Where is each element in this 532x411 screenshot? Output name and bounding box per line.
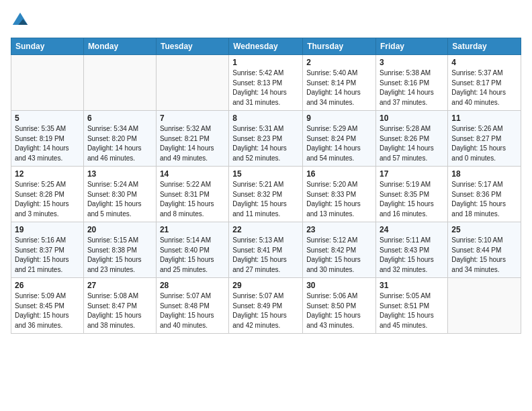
day-number: 24 xyxy=(380,225,444,234)
calendar-cell: 11Sunrise: 5:26 AM Sunset: 8:27 PM Dayli… xyxy=(448,111,521,167)
cell-content: Sunrise: 5:29 AM Sunset: 8:24 PM Dayligh… xyxy=(306,124,372,163)
calendar-cell: 29Sunrise: 5:07 AM Sunset: 8:49 PM Dayli… xyxy=(229,278,303,334)
calendar-cell xyxy=(83,55,156,111)
day-number: 30 xyxy=(306,281,372,290)
calendar-week-row: 12Sunrise: 5:25 AM Sunset: 8:28 PM Dayli… xyxy=(11,167,521,222)
cell-content: Sunrise: 5:12 AM Sunset: 8:42 PM Dayligh… xyxy=(306,236,372,275)
weekday-header-sunday: Sunday xyxy=(11,38,84,55)
day-number: 16 xyxy=(306,169,372,179)
weekday-header-saturday: Saturday xyxy=(448,38,521,55)
cell-content: Sunrise: 5:25 AM Sunset: 8:28 PM Dayligh… xyxy=(15,180,80,219)
calendar-cell: 23Sunrise: 5:12 AM Sunset: 8:42 PM Dayli… xyxy=(303,222,376,278)
calendar-cell: 31Sunrise: 5:05 AM Sunset: 8:51 PM Dayli… xyxy=(376,278,448,334)
calendar-cell: 15Sunrise: 5:21 AM Sunset: 8:32 PM Dayli… xyxy=(229,167,303,222)
logo xyxy=(11,11,32,30)
calendar-cell: 6Sunrise: 5:34 AM Sunset: 8:20 PM Daylig… xyxy=(83,111,156,167)
calendar-cell: 26Sunrise: 5:09 AM Sunset: 8:45 PM Dayli… xyxy=(11,278,84,334)
cell-content: Sunrise: 5:32 AM Sunset: 8:21 PM Dayligh… xyxy=(160,124,225,163)
cell-content: Sunrise: 5:07 AM Sunset: 8:49 PM Dayligh… xyxy=(232,291,299,330)
cell-content: Sunrise: 5:42 AM Sunset: 8:13 PM Dayligh… xyxy=(232,68,299,107)
calendar-cell: 9Sunrise: 5:29 AM Sunset: 8:24 PM Daylig… xyxy=(303,111,376,167)
calendar-cell: 25Sunrise: 5:10 AM Sunset: 8:44 PM Dayli… xyxy=(448,222,521,278)
cell-content: Sunrise: 5:15 AM Sunset: 8:38 PM Dayligh… xyxy=(87,236,152,275)
day-number: 22 xyxy=(232,225,299,234)
cell-content: Sunrise: 5:24 AM Sunset: 8:30 PM Dayligh… xyxy=(87,180,152,219)
calendar-cell: 3Sunrise: 5:38 AM Sunset: 8:16 PM Daylig… xyxy=(376,55,448,111)
cell-content: Sunrise: 5:28 AM Sunset: 8:26 PM Dayligh… xyxy=(380,124,444,163)
calendar-week-row: 19Sunrise: 5:16 AM Sunset: 8:37 PM Dayli… xyxy=(11,222,521,278)
cell-content: Sunrise: 5:14 AM Sunset: 8:40 PM Dayligh… xyxy=(160,236,225,275)
day-number: 13 xyxy=(87,169,152,179)
calendar-cell: 2Sunrise: 5:40 AM Sunset: 8:14 PM Daylig… xyxy=(303,55,376,111)
day-number: 2 xyxy=(306,58,372,67)
calendar-cell: 21Sunrise: 5:14 AM Sunset: 8:40 PM Dayli… xyxy=(156,222,228,278)
cell-content: Sunrise: 5:10 AM Sunset: 8:44 PM Dayligh… xyxy=(451,236,517,275)
calendar-cell: 19Sunrise: 5:16 AM Sunset: 8:37 PM Dayli… xyxy=(11,222,84,278)
day-number: 15 xyxy=(232,169,299,179)
cell-content: Sunrise: 5:05 AM Sunset: 8:51 PM Dayligh… xyxy=(380,291,444,330)
calendar-cell: 28Sunrise: 5:07 AM Sunset: 8:48 PM Dayli… xyxy=(156,278,228,334)
day-number: 23 xyxy=(306,225,372,234)
cell-content: Sunrise: 5:31 AM Sunset: 8:23 PM Dayligh… xyxy=(232,124,299,163)
day-number: 14 xyxy=(160,169,225,179)
day-number: 19 xyxy=(15,225,80,234)
cell-content: Sunrise: 5:22 AM Sunset: 8:31 PM Dayligh… xyxy=(160,180,225,219)
calendar-cell: 24Sunrise: 5:11 AM Sunset: 8:43 PM Dayli… xyxy=(376,222,448,278)
weekday-header-thursday: Thursday xyxy=(303,38,376,55)
cell-content: Sunrise: 5:34 AM Sunset: 8:20 PM Dayligh… xyxy=(87,124,152,163)
day-number: 20 xyxy=(87,225,152,234)
calendar-week-row: 5Sunrise: 5:35 AM Sunset: 8:19 PM Daylig… xyxy=(11,111,521,167)
cell-content: Sunrise: 5:26 AM Sunset: 8:27 PM Dayligh… xyxy=(451,124,517,163)
day-number: 31 xyxy=(380,281,444,290)
day-number: 4 xyxy=(451,58,517,67)
day-number: 7 xyxy=(160,113,225,123)
weekday-header-tuesday: Tuesday xyxy=(156,38,228,55)
weekday-header-wednesday: Wednesday xyxy=(229,38,303,55)
calendar-cell: 18Sunrise: 5:17 AM Sunset: 8:36 PM Dayli… xyxy=(448,167,521,222)
calendar-week-row: 26Sunrise: 5:09 AM Sunset: 8:45 PM Dayli… xyxy=(11,278,521,334)
day-number: 28 xyxy=(160,281,225,290)
calendar-cell: 14Sunrise: 5:22 AM Sunset: 8:31 PM Dayli… xyxy=(156,167,228,222)
day-number: 3 xyxy=(380,58,444,67)
day-number: 25 xyxy=(451,225,517,234)
calendar-cell xyxy=(448,278,521,334)
day-number: 18 xyxy=(451,169,517,179)
cell-content: Sunrise: 5:20 AM Sunset: 8:33 PM Dayligh… xyxy=(306,180,372,219)
cell-content: Sunrise: 5:21 AM Sunset: 8:32 PM Dayligh… xyxy=(232,180,299,219)
day-number: 29 xyxy=(232,281,299,290)
calendar-cell: 20Sunrise: 5:15 AM Sunset: 8:38 PM Dayli… xyxy=(83,222,156,278)
cell-content: Sunrise: 5:17 AM Sunset: 8:36 PM Dayligh… xyxy=(451,180,517,219)
calendar-cell: 10Sunrise: 5:28 AM Sunset: 8:26 PM Dayli… xyxy=(376,111,448,167)
calendar-cell: 27Sunrise: 5:08 AM Sunset: 8:47 PM Dayli… xyxy=(83,278,156,334)
calendar-cell: 1Sunrise: 5:42 AM Sunset: 8:13 PM Daylig… xyxy=(229,55,303,111)
logo-icon xyxy=(11,11,30,30)
cell-content: Sunrise: 5:35 AM Sunset: 8:19 PM Dayligh… xyxy=(15,124,80,163)
day-number: 12 xyxy=(15,169,80,179)
day-number: 1 xyxy=(232,58,299,67)
calendar-cell: 22Sunrise: 5:13 AM Sunset: 8:41 PM Dayli… xyxy=(229,222,303,278)
cell-content: Sunrise: 5:06 AM Sunset: 8:50 PM Dayligh… xyxy=(306,291,372,330)
day-number: 9 xyxy=(306,113,372,123)
day-number: 27 xyxy=(87,281,152,290)
cell-content: Sunrise: 5:09 AM Sunset: 8:45 PM Dayligh… xyxy=(15,291,80,330)
cell-content: Sunrise: 5:40 AM Sunset: 8:14 PM Dayligh… xyxy=(306,68,372,107)
cell-content: Sunrise: 5:07 AM Sunset: 8:48 PM Dayligh… xyxy=(160,291,225,330)
calendar-cell: 12Sunrise: 5:25 AM Sunset: 8:28 PM Dayli… xyxy=(11,167,84,222)
cell-content: Sunrise: 5:11 AM Sunset: 8:43 PM Dayligh… xyxy=(380,236,444,275)
calendar-cell: 30Sunrise: 5:06 AM Sunset: 8:50 PM Dayli… xyxy=(303,278,376,334)
calendar-cell: 13Sunrise: 5:24 AM Sunset: 8:30 PM Dayli… xyxy=(83,167,156,222)
calendar-cell: 8Sunrise: 5:31 AM Sunset: 8:23 PM Daylig… xyxy=(229,111,303,167)
day-number: 26 xyxy=(15,281,80,290)
calendar-cell: 4Sunrise: 5:37 AM Sunset: 8:17 PM Daylig… xyxy=(448,55,521,111)
cell-content: Sunrise: 5:37 AM Sunset: 8:17 PM Dayligh… xyxy=(451,68,517,107)
weekday-header-friday: Friday xyxy=(376,38,448,55)
weekday-header-row: SundayMondayTuesdayWednesdayThursdayFrid… xyxy=(11,38,521,55)
calendar-cell xyxy=(156,55,228,111)
calendar-week-row: 1Sunrise: 5:42 AM Sunset: 8:13 PM Daylig… xyxy=(11,55,521,111)
calendar-cell: 5Sunrise: 5:35 AM Sunset: 8:19 PM Daylig… xyxy=(11,111,84,167)
calendar-cell: 17Sunrise: 5:19 AM Sunset: 8:35 PM Dayli… xyxy=(376,167,448,222)
day-number: 6 xyxy=(87,113,152,123)
cell-content: Sunrise: 5:08 AM Sunset: 8:47 PM Dayligh… xyxy=(87,291,152,330)
cell-content: Sunrise: 5:13 AM Sunset: 8:41 PM Dayligh… xyxy=(232,236,299,275)
cell-content: Sunrise: 5:19 AM Sunset: 8:35 PM Dayligh… xyxy=(380,180,444,219)
